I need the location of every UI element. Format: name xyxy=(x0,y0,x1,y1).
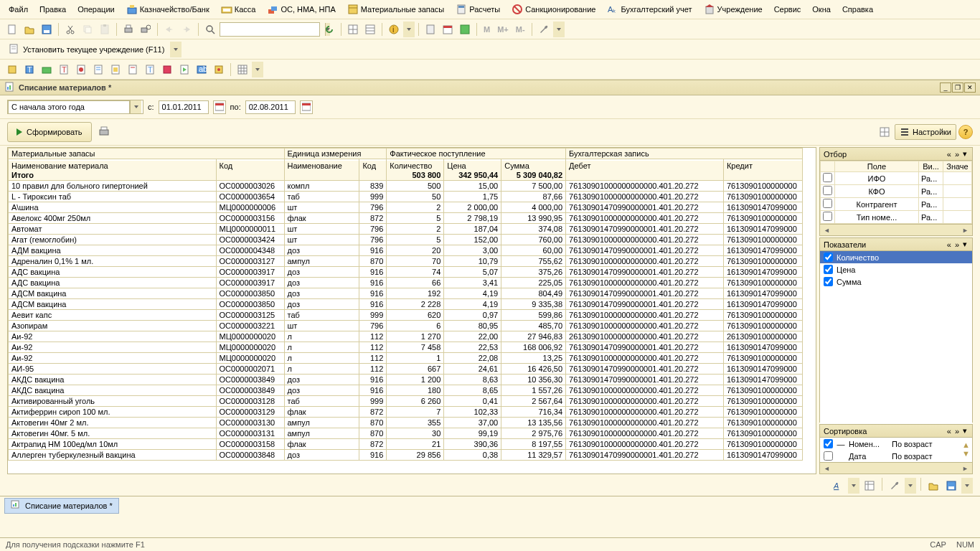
filter-scrollbar[interactable]: ◄► xyxy=(820,224,972,235)
menu-service[interactable]: Сервис xyxy=(770,1,806,17)
menu-windows[interactable]: Окна xyxy=(808,1,835,17)
table-row[interactable]: Активированный угольОС0000003128таб999 6… xyxy=(9,396,803,407)
wrench-dropdown-icon[interactable] xyxy=(553,22,565,37)
filter-checkbox[interactable] xyxy=(823,199,832,208)
tb3-icon-7[interactable] xyxy=(108,62,123,77)
measure-checkbox[interactable] xyxy=(824,253,833,262)
font-dropdown-icon[interactable] xyxy=(848,478,859,494)
period-to-input[interactable] xyxy=(245,100,296,114)
cut-icon[interactable] xyxy=(62,22,78,37)
table-row[interactable]: Актиферрин сироп 100 мл.ОС0000003129флак… xyxy=(9,407,803,418)
search-icon[interactable] xyxy=(202,22,218,37)
table-row[interactable]: АИ-95ОС0000002071л112 66724,6116 426,50 … xyxy=(9,364,803,375)
panel-next-icon[interactable]: » xyxy=(953,427,961,435)
col-price[interactable]: Цена xyxy=(444,160,501,171)
info-icon[interactable]: i xyxy=(386,22,402,37)
save2-icon[interactable] xyxy=(943,478,959,494)
filter-checkbox[interactable] xyxy=(823,186,832,195)
filter-col-kind[interactable]: Ви... xyxy=(919,161,943,172)
table-row[interactable]: АДС вакцинаОС0000003917доз916 663,41225,… xyxy=(9,278,803,288)
minimize-icon[interactable]: _ xyxy=(940,83,951,93)
tb3-icon-4[interactable]: T xyxy=(56,62,72,77)
open2-icon[interactable] xyxy=(925,478,941,494)
tb3-dropdown-icon[interactable] xyxy=(252,62,263,77)
table-row[interactable]: АДМ вакцинаОС0000004348доз916 203,0060,0… xyxy=(9,245,803,256)
panel-next-icon[interactable]: » xyxy=(953,240,961,249)
menu-operations[interactable]: Операции xyxy=(73,1,118,17)
info-dropdown-icon[interactable] xyxy=(403,22,415,37)
table-row[interactable]: АКДС вакцинаОС0000003849доз916 1 2008,63… xyxy=(9,375,803,385)
menu-help[interactable]: Справка xyxy=(838,1,877,17)
table-row[interactable]: Адреналин 0,1% 1 мл.ОС0000003127ампул870… xyxy=(9,256,803,267)
panel-dropdown-icon[interactable]: ▾ xyxy=(961,149,969,159)
sort-up-icon[interactable]: ▲ xyxy=(962,441,970,449)
col-group-materials[interactable]: Материальные запасы xyxy=(9,149,285,159)
tb3-icon-6[interactable] xyxy=(90,62,106,77)
sort-checkbox[interactable] xyxy=(824,451,833,461)
table-row[interactable]: АДСМ вакцинаОС0000003850доз916 2 2284,19… xyxy=(9,299,803,310)
period-from-input[interactable] xyxy=(159,100,209,114)
restore-icon[interactable]: ❐ xyxy=(952,83,963,93)
sort-checkbox[interactable] xyxy=(824,439,833,448)
org-dropdown-icon[interactable] xyxy=(170,42,182,57)
filter-col-val[interactable]: Значе xyxy=(943,161,972,172)
table-row[interactable]: Аевит капсОС0000003125таб999 6200,97599,… xyxy=(9,310,803,321)
col-group-fact[interactable]: Фактическое поступление xyxy=(387,149,566,159)
tb3-icon-11[interactable] xyxy=(176,62,192,77)
filter-checkbox[interactable] xyxy=(823,212,832,221)
search-input[interactable] xyxy=(220,23,325,36)
wrench-icon[interactable] xyxy=(536,22,552,37)
panel-dropdown-icon[interactable]: ▾ xyxy=(961,426,969,435)
table-row[interactable]: Аи-92МЦ0000000020л112 122,0813,25 761309… xyxy=(9,353,803,364)
menu-treasury[interactable]: Казначейство/Банк xyxy=(122,1,214,17)
col-qty[interactable]: Количество xyxy=(387,160,444,171)
filter-col-field[interactable]: Поле xyxy=(835,161,919,172)
grid1-icon[interactable] xyxy=(345,22,361,37)
filter-checkbox[interactable] xyxy=(823,173,832,182)
sort-scrollbar[interactable]: ◄► xyxy=(820,462,972,474)
measure-checkbox[interactable] xyxy=(824,277,833,286)
green-icon[interactable] xyxy=(457,22,473,37)
col-name[interactable]: Наименование материала xyxy=(9,160,217,171)
table-row[interactable]: АвтоматМЦ0000000011шт796 2187,04374,08 7… xyxy=(9,224,803,235)
settings-button[interactable]: Настройки xyxy=(895,124,956,140)
tb3-icon-14[interactable] xyxy=(235,62,250,77)
tb3-icon-8[interactable] xyxy=(125,62,141,77)
col-sum[interactable]: Сумма xyxy=(501,160,566,171)
tb3-icon-13[interactable] xyxy=(211,62,227,77)
panel-dropdown-icon[interactable]: ▾ xyxy=(961,240,969,249)
table-row[interactable]: Аллерген туберкулезный вакцинаОС00000038… xyxy=(9,450,803,461)
table-row[interactable]: А\шинаМЦ0000000006шт796 22 000,004 000,0… xyxy=(9,202,803,213)
measure-item[interactable]: Цена xyxy=(820,263,972,276)
menu-inventory[interactable]: Материальные запасы xyxy=(343,1,449,17)
wrench2-icon[interactable] xyxy=(887,478,903,494)
menu-org[interactable]: Учреждение xyxy=(699,1,767,17)
menu-sanction[interactable]: Санкционирование xyxy=(507,1,600,17)
table-row[interactable]: Актовегин 40мг 2 мл.ОС0000003130ампул870… xyxy=(9,418,803,428)
sort-down-icon[interactable]: ▼ xyxy=(962,449,970,458)
copy-icon[interactable] xyxy=(80,22,95,37)
grid2-icon[interactable] xyxy=(362,22,378,37)
search-combo[interactable] xyxy=(220,22,320,37)
col-group-acct[interactable]: Бухгалтерская запись xyxy=(566,149,803,159)
save-icon[interactable] xyxy=(39,22,55,37)
sort-row[interactable]: Дата По возраст xyxy=(820,450,959,462)
tb3-icon-9[interactable]: T xyxy=(142,62,158,77)
tb3-icon-3[interactable] xyxy=(39,62,55,77)
open-icon[interactable] xyxy=(22,22,37,37)
measure-checkbox[interactable] xyxy=(824,265,833,274)
menu-assets[interactable]: ОС, НМА, НПА xyxy=(263,1,339,17)
col-code[interactable]: Код xyxy=(216,160,284,171)
menu-cash[interactable]: Касса xyxy=(217,1,260,17)
form-button[interactable]: Сформировать xyxy=(7,122,92,142)
table-row[interactable]: АзопирамОС0000003221шт796 680,95485,70 7… xyxy=(9,321,803,331)
task-tab[interactable]: Списание материалов * xyxy=(4,498,119,514)
save2-dropdown-icon[interactable] xyxy=(961,478,973,494)
calendar-icon[interactable] xyxy=(440,22,456,37)
m-icon[interactable]: М xyxy=(481,22,493,37)
panel-prev-icon[interactable]: « xyxy=(946,427,953,435)
menu-calc[interactable]: Расчеты xyxy=(451,1,504,17)
tb3-icon-5[interactable] xyxy=(73,62,89,77)
help-icon[interactable]: ? xyxy=(958,125,973,139)
grid-settings-icon[interactable] xyxy=(862,478,877,494)
